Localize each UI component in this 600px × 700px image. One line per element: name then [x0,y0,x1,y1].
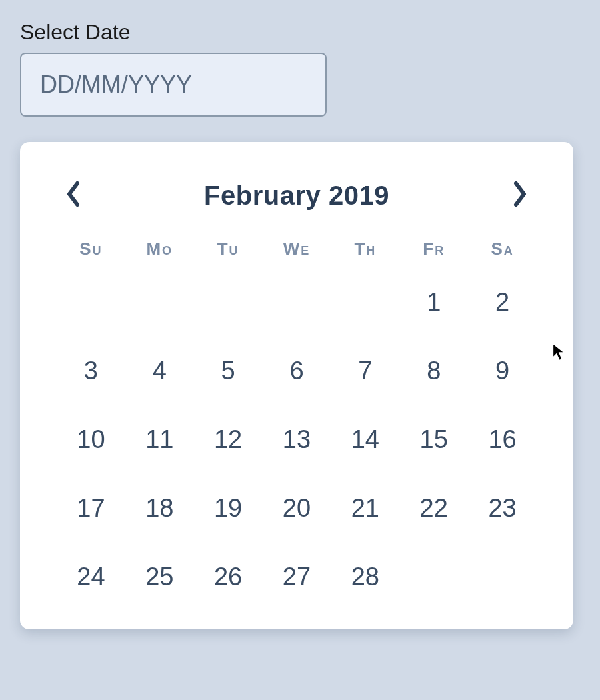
weekday-label: Tu [194,239,263,259]
day-cell[interactable]: 1 [399,286,468,318]
weekday-label: Fr [399,239,468,259]
weekday-label: Su [57,239,125,259]
day-cell[interactable]: 6 [263,355,331,387]
chevron-right-icon [511,181,529,210]
weekday-label: Th [331,239,399,259]
day-cell[interactable]: 26 [194,561,263,593]
day-cell[interactable]: 16 [468,423,537,455]
day-cell[interactable]: 17 [57,492,125,524]
day-cell[interactable]: 22 [399,492,468,524]
day-cell[interactable]: 7 [331,355,399,387]
day-cell[interactable]: 2 [468,286,537,318]
day-cell[interactable]: 24 [57,561,125,593]
day-cell[interactable]: 10 [57,423,125,455]
empty-day-cell [331,286,399,318]
chevron-left-icon [65,181,82,210]
day-cell[interactable]: 13 [263,423,331,455]
day-cell[interactable]: 5 [194,355,263,387]
day-cell[interactable]: 11 [125,423,194,455]
empty-day-cell [263,286,331,318]
calendar-popup: February 2019 SuMoTuWeThFrSa 12345678910… [20,142,573,629]
day-cell[interactable]: 21 [331,492,399,524]
day-cell[interactable]: 28 [331,561,399,593]
calendar-days-grid: 1234567891011121314151617181920212223242… [57,286,537,593]
day-cell[interactable]: 9 [468,355,537,387]
next-month-button[interactable] [503,179,537,212]
empty-day-cell [57,286,125,318]
day-cell[interactable]: 18 [125,492,194,524]
prev-month-button[interactable] [57,179,90,212]
month-year-label[interactable]: February 2019 [204,181,389,211]
day-cell[interactable]: 25 [125,561,194,593]
weekday-header-row: SuMoTuWeThFrSa [57,239,537,259]
calendar-header: February 2019 [57,179,537,212]
date-input[interactable] [20,53,327,117]
weekday-label: Mo [125,239,194,259]
day-cell[interactable]: 3 [57,355,125,387]
empty-day-cell [194,286,263,318]
weekday-label: We [263,239,331,259]
day-cell[interactable]: 15 [399,423,468,455]
day-cell[interactable]: 12 [194,423,263,455]
day-cell[interactable]: 27 [263,561,331,593]
day-cell[interactable]: 20 [263,492,331,524]
day-cell[interactable]: 4 [125,355,194,387]
day-cell[interactable]: 23 [468,492,537,524]
day-cell[interactable]: 19 [194,492,263,524]
day-cell[interactable]: 8 [399,355,468,387]
select-date-label: Select Date [20,20,580,45]
empty-day-cell [125,286,194,318]
weekday-label: Sa [468,239,537,259]
day-cell[interactable]: 14 [331,423,399,455]
